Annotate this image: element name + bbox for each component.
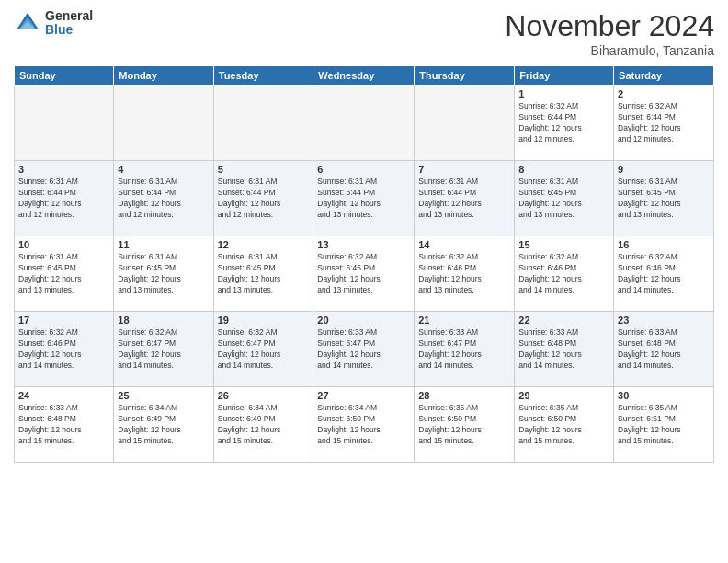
calendar-cell: 18Sunrise: 6:32 AM Sunset: 6:47 PM Dayli… (114, 312, 213, 387)
calendar-cell: 21Sunrise: 6:33 AM Sunset: 6:47 PM Dayli… (415, 312, 515, 387)
day-info: Sunrise: 6:31 AM Sunset: 6:44 PM Dayligh… (418, 177, 510, 221)
day-info: Sunrise: 6:31 AM Sunset: 6:45 PM Dayligh… (18, 252, 109, 296)
day-number: 4 (118, 164, 209, 175)
calendar-cell: 11Sunrise: 6:31 AM Sunset: 6:45 PM Dayli… (114, 236, 213, 312)
day-number: 19 (218, 315, 310, 326)
weekday-header-saturday: Saturday (614, 66, 714, 86)
logo-text: General Blue (45, 9, 93, 38)
day-number: 16 (618, 239, 710, 250)
day-number: 6 (317, 164, 410, 175)
day-info: Sunrise: 6:33 AM Sunset: 6:48 PM Dayligh… (18, 403, 109, 447)
calendar-cell: 2Sunrise: 6:32 AM Sunset: 6:44 PM Daylig… (614, 86, 714, 161)
day-info: Sunrise: 6:32 AM Sunset: 6:46 PM Dayligh… (418, 252, 510, 296)
calendar-cell: 15Sunrise: 6:32 AM Sunset: 6:46 PM Dayli… (515, 236, 614, 312)
title-block: November 2024 Biharamulo, Tanzania (505, 9, 714, 58)
day-info: Sunrise: 6:31 AM Sunset: 6:45 PM Dayligh… (118, 252, 209, 296)
day-info: Sunrise: 6:33 AM Sunset: 6:47 PM Dayligh… (418, 327, 510, 372)
day-info: Sunrise: 6:32 AM Sunset: 6:47 PM Dayligh… (118, 327, 209, 372)
day-info: Sunrise: 6:35 AM Sunset: 6:50 PM Dayligh… (418, 403, 510, 447)
calendar-cell: 10Sunrise: 6:31 AM Sunset: 6:45 PM Dayli… (15, 236, 114, 312)
week-row-5: 24Sunrise: 6:33 AM Sunset: 6:48 PM Dayli… (15, 387, 714, 463)
day-number: 21 (418, 315, 510, 326)
calendar-cell: 12Sunrise: 6:31 AM Sunset: 6:45 PM Dayli… (213, 236, 313, 312)
calendar-cell: 8Sunrise: 6:31 AM Sunset: 6:45 PM Daylig… (515, 161, 614, 236)
day-info: Sunrise: 6:31 AM Sunset: 6:44 PM Dayligh… (218, 177, 310, 221)
calendar-cell: 5Sunrise: 6:31 AM Sunset: 6:44 PM Daylig… (213, 161, 313, 236)
weekday-header-monday: Monday (114, 66, 213, 86)
day-info: Sunrise: 6:35 AM Sunset: 6:50 PM Dayligh… (518, 403, 609, 447)
day-number: 7 (418, 164, 510, 175)
calendar-cell: 17Sunrise: 6:32 AM Sunset: 6:46 PM Dayli… (15, 312, 114, 387)
calendar-cell: 24Sunrise: 6:33 AM Sunset: 6:48 PM Dayli… (15, 387, 114, 463)
calendar-cell (415, 86, 515, 161)
day-number: 9 (618, 164, 710, 175)
logo: General Blue (14, 9, 93, 38)
day-number: 23 (618, 315, 710, 326)
calendar-cell (15, 86, 114, 161)
calendar-cell: 1Sunrise: 6:32 AM Sunset: 6:44 PM Daylig… (515, 86, 614, 161)
week-row-3: 10Sunrise: 6:31 AM Sunset: 6:45 PM Dayli… (15, 236, 714, 312)
page-header: General Blue November 2024 Biharamulo, T… (14, 9, 714, 58)
day-info: Sunrise: 6:31 AM Sunset: 6:45 PM Dayligh… (618, 177, 710, 221)
calendar-cell: 25Sunrise: 6:34 AM Sunset: 6:49 PM Dayli… (114, 387, 213, 463)
weekday-header-row: SundayMondayTuesdayWednesdayThursdayFrid… (15, 66, 714, 86)
day-info: Sunrise: 6:32 AM Sunset: 6:47 PM Dayligh… (218, 327, 310, 372)
logo-icon (14, 9, 41, 37)
calendar-cell (114, 86, 213, 161)
day-number: 30 (618, 390, 710, 401)
day-info: Sunrise: 6:34 AM Sunset: 6:50 PM Dayligh… (317, 403, 410, 447)
day-info: Sunrise: 6:32 AM Sunset: 6:46 PM Dayligh… (618, 252, 710, 296)
calendar-cell: 13Sunrise: 6:32 AM Sunset: 6:45 PM Dayli… (313, 236, 415, 312)
calendar-table: SundayMondayTuesdayWednesdayThursdayFrid… (14, 65, 714, 463)
day-number: 14 (418, 239, 510, 250)
day-number: 2 (618, 88, 710, 99)
calendar-cell: 22Sunrise: 6:33 AM Sunset: 6:48 PM Dayli… (515, 312, 614, 387)
day-info: Sunrise: 6:32 AM Sunset: 6:46 PM Dayligh… (518, 252, 609, 296)
day-number: 28 (418, 390, 510, 401)
weekday-header-thursday: Thursday (415, 66, 515, 86)
day-number: 25 (118, 390, 209, 401)
day-info: Sunrise: 6:31 AM Sunset: 6:44 PM Dayligh… (118, 177, 209, 221)
calendar-cell: 28Sunrise: 6:35 AM Sunset: 6:50 PM Dayli… (415, 387, 515, 463)
weekday-header-friday: Friday (515, 66, 614, 86)
calendar-cell: 3Sunrise: 6:31 AM Sunset: 6:44 PM Daylig… (15, 161, 114, 236)
day-info: Sunrise: 6:35 AM Sunset: 6:51 PM Dayligh… (618, 403, 710, 447)
calendar-page: General Blue November 2024 Biharamulo, T… (0, 0, 728, 563)
day-number: 22 (518, 315, 609, 326)
day-info: Sunrise: 6:31 AM Sunset: 6:45 PM Dayligh… (518, 177, 609, 221)
weekday-header-wednesday: Wednesday (313, 66, 415, 86)
calendar-cell: 27Sunrise: 6:34 AM Sunset: 6:50 PM Dayli… (313, 387, 415, 463)
day-number: 24 (18, 390, 109, 401)
day-number: 17 (18, 315, 109, 326)
calendar-cell (313, 86, 415, 161)
calendar-cell: 9Sunrise: 6:31 AM Sunset: 6:45 PM Daylig… (614, 161, 714, 236)
day-number: 26 (218, 390, 310, 401)
calendar-cell: 29Sunrise: 6:35 AM Sunset: 6:50 PM Dayli… (515, 387, 614, 463)
week-row-4: 17Sunrise: 6:32 AM Sunset: 6:46 PM Dayli… (15, 312, 714, 387)
day-number: 3 (18, 164, 109, 175)
calendar-cell: 4Sunrise: 6:31 AM Sunset: 6:44 PM Daylig… (114, 161, 213, 236)
day-number: 15 (518, 239, 609, 250)
day-info: Sunrise: 6:32 AM Sunset: 6:45 PM Dayligh… (317, 252, 410, 296)
calendar-cell: 23Sunrise: 6:33 AM Sunset: 6:48 PM Dayli… (614, 312, 714, 387)
calendar-cell: 26Sunrise: 6:34 AM Sunset: 6:49 PM Dayli… (213, 387, 313, 463)
calendar-cell: 30Sunrise: 6:35 AM Sunset: 6:51 PM Dayli… (614, 387, 714, 463)
day-number: 13 (317, 239, 410, 250)
day-number: 8 (518, 164, 609, 175)
week-row-1: 1Sunrise: 6:32 AM Sunset: 6:44 PM Daylig… (15, 86, 714, 161)
day-info: Sunrise: 6:33 AM Sunset: 6:48 PM Dayligh… (518, 327, 609, 372)
calendar-cell: 20Sunrise: 6:33 AM Sunset: 6:47 PM Dayli… (313, 312, 415, 387)
day-info: Sunrise: 6:31 AM Sunset: 6:45 PM Dayligh… (218, 252, 310, 296)
day-info: Sunrise: 6:33 AM Sunset: 6:47 PM Dayligh… (317, 327, 410, 372)
day-number: 12 (218, 239, 310, 250)
calendar-cell: 6Sunrise: 6:31 AM Sunset: 6:44 PM Daylig… (313, 161, 415, 236)
month-title: November 2024 (505, 9, 714, 43)
day-number: 18 (118, 315, 209, 326)
day-info: Sunrise: 6:31 AM Sunset: 6:44 PM Dayligh… (18, 177, 109, 221)
calendar-cell: 19Sunrise: 6:32 AM Sunset: 6:47 PM Dayli… (213, 312, 313, 387)
day-number: 5 (218, 164, 310, 175)
calendar-cell (213, 86, 313, 161)
logo-general: General (45, 9, 93, 23)
day-number: 20 (317, 315, 410, 326)
day-number: 27 (317, 390, 410, 401)
